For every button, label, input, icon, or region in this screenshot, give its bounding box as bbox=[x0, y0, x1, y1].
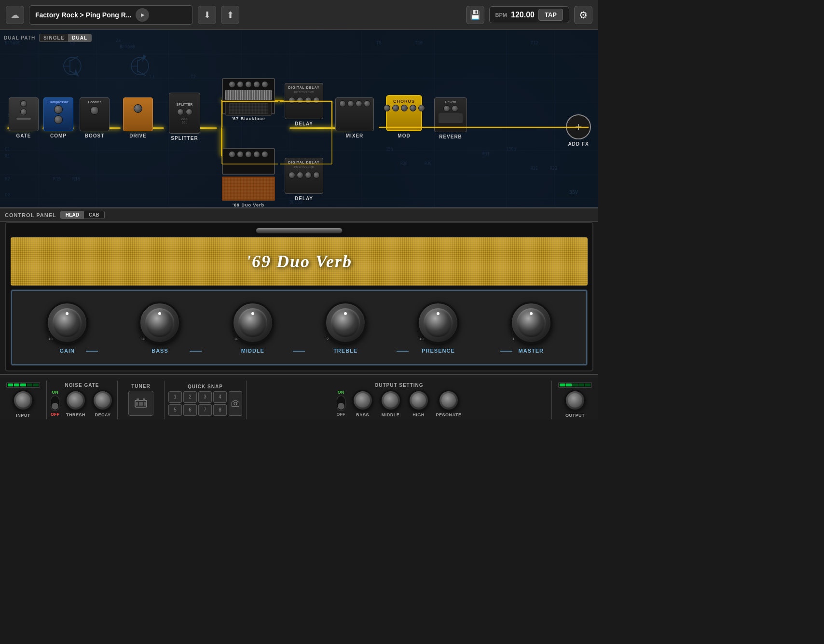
boost-effect[interactable]: Booster BOOST bbox=[80, 97, 110, 138]
dv-knob3[interactable] bbox=[245, 151, 252, 158]
bf-knob4[interactable] bbox=[253, 81, 260, 88]
dv-knob1[interactable] bbox=[229, 151, 235, 158]
comp-knob2[interactable] bbox=[54, 115, 63, 124]
gate-effect[interactable]: GATE bbox=[9, 97, 39, 138]
out-pesonate-knob[interactable] bbox=[438, 390, 459, 411]
gate-knob[interactable] bbox=[20, 100, 27, 107]
comp-effect[interactable]: Compressor COMP bbox=[43, 97, 73, 138]
gate-knob2[interactable] bbox=[20, 109, 27, 115]
bpm-value[interactable]: 120.00 bbox=[511, 11, 535, 19]
dv-knob5[interactable] bbox=[261, 151, 268, 158]
snap-btn-6[interactable]: 6 bbox=[183, 404, 197, 416]
gain-knob-group: 1 2 3 4 5 6 7 8 9 10 9 10 bbox=[46, 301, 88, 354]
download-button[interactable]: ⬇ bbox=[198, 6, 216, 24]
add-fx-button[interactable]: + bbox=[566, 114, 591, 139]
delay-top-knob3[interactable] bbox=[305, 97, 312, 104]
gain-label: GAIN bbox=[59, 348, 75, 354]
delay-bot-knob2[interactable] bbox=[297, 172, 303, 178]
cloud-button[interactable]: ☁ bbox=[6, 6, 24, 24]
tuner-button[interactable] bbox=[128, 391, 153, 416]
preset-area[interactable]: Factory Rock > Ping Pong R... ▶ bbox=[29, 5, 193, 25]
delay-top-knob2[interactable] bbox=[297, 97, 303, 104]
chorus-label-text: CHORUS bbox=[393, 99, 415, 104]
middle-knob-inner bbox=[238, 308, 267, 337]
delay-top-knob1[interactable] bbox=[288, 97, 295, 104]
mixer-knob3[interactable] bbox=[356, 100, 362, 107]
snap-camera-btn[interactable] bbox=[229, 391, 242, 416]
chorus-knob3[interactable] bbox=[401, 105, 408, 111]
presence-knob[interactable] bbox=[417, 301, 459, 344]
output-setting-title: OUTPUT SETTING bbox=[374, 383, 423, 388]
chorus-knob5[interactable] bbox=[418, 105, 425, 111]
play-button[interactable]: ▶ bbox=[136, 8, 149, 22]
master-knob[interactable] bbox=[510, 301, 552, 344]
mixer-effect[interactable]: MIXER bbox=[335, 97, 374, 138]
tap-button[interactable]: TAP bbox=[538, 9, 563, 21]
out-high-knob[interactable] bbox=[408, 390, 429, 411]
path-dual[interactable]: DUAL bbox=[68, 34, 91, 41]
mixer-knob1[interactable] bbox=[339, 100, 346, 107]
duoverb-effect[interactable]: '69 Duo Verb bbox=[222, 148, 275, 207]
snap-btn-1[interactable]: 1 bbox=[168, 391, 182, 403]
dv-knob2[interactable] bbox=[237, 151, 244, 158]
ng-thresh-knob[interactable] bbox=[65, 390, 86, 411]
reverb-knob2[interactable] bbox=[452, 105, 458, 112]
noise-gate-toggle[interactable]: ON OFF bbox=[51, 390, 59, 417]
save-button[interactable]: 💾 bbox=[466, 6, 484, 24]
splitter-knob1[interactable] bbox=[177, 109, 184, 115]
delay-top-effect[interactable]: DIGITAL DELAY POSITIVECRB DELAY bbox=[285, 83, 323, 126]
snap-btn-8[interactable]: 8 bbox=[213, 404, 227, 416]
splitter-effect[interactable]: SPLITTER 2x00 30p SPLITTER bbox=[169, 93, 200, 141]
add-fx-effect[interactable]: + ADD FX bbox=[566, 114, 591, 147]
boost-knob[interactable] bbox=[90, 106, 99, 115]
ng-decay-knob[interactable] bbox=[92, 390, 113, 411]
snap-btn-2[interactable]: 2 bbox=[183, 391, 197, 403]
bf-knob1[interactable] bbox=[229, 81, 235, 88]
bf-knob3[interactable] bbox=[245, 81, 252, 88]
delay-bottom-effect[interactable]: DIGITAL DELAY POSITIVECRB DELAY bbox=[285, 158, 323, 201]
drive-effect[interactable]: DRIVE bbox=[123, 97, 153, 138]
out-middle-knob[interactable] bbox=[380, 390, 401, 411]
input-knob[interactable] bbox=[13, 390, 34, 411]
blackface-effect[interactable]: '67 Blackface bbox=[222, 78, 275, 121]
mod-effect[interactable]: CHORUS MOD bbox=[386, 95, 422, 138]
splitter-knob2[interactable] bbox=[186, 109, 192, 115]
chorus-knob1[interactable] bbox=[384, 105, 390, 111]
gate-label: GATE bbox=[16, 133, 31, 138]
delay-bot-knob3[interactable] bbox=[305, 172, 312, 178]
reverb-effect[interactable]: Reverb REVERB bbox=[434, 97, 467, 139]
out-switch-track[interactable] bbox=[337, 396, 345, 411]
settings-button[interactable]: ⚙ bbox=[574, 6, 592, 24]
cp-tab-head[interactable]: HEAD bbox=[61, 211, 84, 219]
upload-button[interactable]: ⬆ bbox=[221, 6, 239, 24]
dv-knob4[interactable] bbox=[253, 151, 260, 158]
path-single[interactable]: SINGLE bbox=[40, 34, 68, 41]
delay-bot-knob1[interactable] bbox=[288, 172, 295, 178]
snap-btn-5[interactable]: 5 bbox=[168, 404, 182, 416]
delay-bot-knob4[interactable] bbox=[313, 172, 320, 178]
mixer-knob2[interactable] bbox=[347, 100, 354, 107]
chorus-knob2[interactable] bbox=[392, 105, 399, 111]
output-toggle[interactable]: ON OFF bbox=[337, 390, 345, 417]
snap-btn-4[interactable]: 4 bbox=[213, 391, 227, 403]
treble-knob[interactable] bbox=[324, 301, 367, 344]
drive-knob[interactable] bbox=[134, 104, 142, 113]
out-bass-knob[interactable] bbox=[352, 390, 373, 411]
path-toggle[interactable]: SINGLE DUAL bbox=[39, 34, 92, 42]
bf-knob5[interactable] bbox=[261, 81, 268, 88]
snap-btn-3[interactable]: 3 bbox=[198, 391, 212, 403]
reverb-knob1[interactable] bbox=[443, 105, 450, 112]
output-knob[interactable] bbox=[564, 390, 586, 411]
middle-knob[interactable] bbox=[232, 301, 274, 344]
bass-knob[interactable] bbox=[138, 301, 181, 344]
mixer-knob4[interactable] bbox=[364, 100, 371, 107]
ng-switch-track[interactable] bbox=[51, 396, 59, 411]
delay-top-knob4[interactable] bbox=[313, 97, 320, 104]
cp-toggle[interactable]: HEAD CAB bbox=[60, 211, 105, 219]
comp-knob[interactable] bbox=[54, 105, 63, 114]
gain-knob[interactable] bbox=[46, 301, 88, 344]
snap-btn-7[interactable]: 7 bbox=[198, 404, 212, 416]
chorus-knob4[interactable] bbox=[410, 105, 416, 111]
bf-knob2[interactable] bbox=[237, 81, 244, 88]
cp-tab-cab[interactable]: CAB bbox=[84, 211, 104, 219]
